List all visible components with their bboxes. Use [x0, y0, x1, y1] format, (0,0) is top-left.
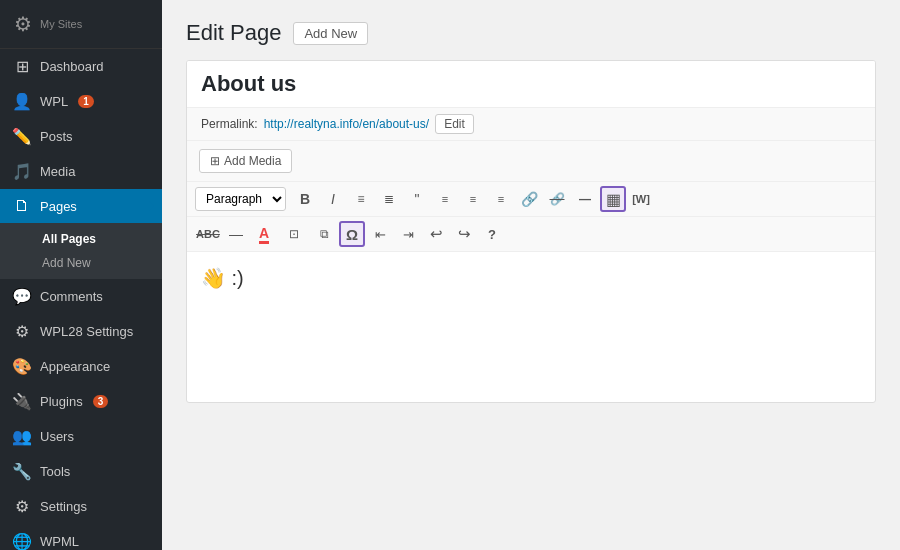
ol-icon: ≣ [384, 192, 394, 206]
sidebar: ⚙ My Sites ⊞ Dashboard 👤 WPL 1 ✏️ Posts … [0, 0, 162, 550]
plugins-badge: 3 [93, 395, 109, 408]
hr-icon: — [579, 192, 591, 206]
indent-button[interactable]: ⇥ [395, 221, 421, 247]
align-left-icon: ≡ [442, 193, 448, 205]
link-button[interactable]: 🔗 [516, 186, 542, 212]
blockquote-icon: " [415, 191, 420, 207]
posts-icon: ✏️ [12, 127, 32, 146]
plugins-icon: 🔌 [12, 392, 32, 411]
settings-icon: ⚙ [12, 497, 32, 516]
pages-submenu: All Pages Add New [0, 223, 162, 279]
toolbar-row-2: ABC — A ⊡ ⧉ Ω ⇤ ⇥ ↩ [187, 217, 875, 252]
editor-content[interactable]: 👋 :) [187, 252, 875, 402]
wp-logo: ⚙ My Sites [0, 0, 162, 49]
comments-icon: 💬 [12, 287, 32, 306]
wp-icon: [W] [632, 193, 650, 205]
appearance-icon: 🎨 [12, 357, 32, 376]
wp-button[interactable]: [W] [628, 186, 654, 212]
align-right-button[interactable]: ≡ [488, 186, 514, 212]
blockquote-button[interactable]: " [404, 186, 430, 212]
media-icon: 🎵 [12, 162, 32, 181]
dashboard-icon: ⊞ [12, 57, 32, 76]
sidebar-item-posts[interactable]: ✏️ Posts [0, 119, 162, 154]
add-media-button[interactable]: ⊞ Add Media [199, 149, 292, 173]
redo-button[interactable]: ↪ [451, 221, 477, 247]
paste-word-button[interactable]: ⊡ [279, 221, 309, 247]
page-title: Edit Page [186, 20, 281, 46]
help-button[interactable]: ? [479, 221, 505, 247]
table-button[interactable]: ▦ [600, 186, 626, 212]
pages-arrow [149, 201, 154, 211]
sidebar-item-media[interactable]: 🎵 Media [0, 154, 162, 189]
submenu-all-pages[interactable]: All Pages [0, 227, 162, 251]
sidebar-item-wpl[interactable]: 👤 WPL 1 [0, 84, 162, 119]
permalink-label: Permalink: [201, 117, 258, 131]
unlink-button[interactable]: 🔗 [544, 186, 570, 212]
hr-line-icon: — [229, 226, 243, 242]
permalink-bar: Permalink: http://realtyna.info/en/about… [187, 108, 875, 141]
wpml-icon: 🌐 [12, 532, 32, 550]
clear-format-icon: ⧉ [320, 227, 329, 241]
strikethrough-icon: ABC [196, 228, 220, 240]
omega-icon: Ω [346, 226, 358, 243]
bold-button[interactable]: B [292, 186, 318, 212]
media-bar: ⊞ Add Media [187, 141, 875, 182]
page-title-input[interactable] [187, 61, 875, 108]
align-center-button[interactable]: ≡ [460, 186, 486, 212]
hr-line-button[interactable]: — [223, 221, 249, 247]
permalink-url[interactable]: http://realtyna.info/en/about-us/ [264, 117, 429, 131]
editor-container: Permalink: http://realtyna.info/en/about… [186, 60, 876, 403]
users-icon: 👥 [12, 427, 32, 446]
content-text: 👋 :) [201, 267, 244, 289]
unlink-icon: 🔗 [550, 192, 565, 206]
align-right-icon: ≡ [498, 193, 504, 205]
sidebar-item-settings[interactable]: ⚙ Settings [0, 489, 162, 524]
ul-button[interactable]: ≡ [348, 186, 374, 212]
align-center-icon: ≡ [470, 193, 476, 205]
outdent-button[interactable]: ⇤ [367, 221, 393, 247]
page-header: Edit Page Add New [186, 20, 876, 46]
italic-button[interactable]: I [320, 186, 346, 212]
tools-icon: 🔧 [12, 462, 32, 481]
pages-icon: 🗋 [12, 197, 32, 215]
sidebar-item-comments[interactable]: 💬 Comments [0, 279, 162, 314]
text-color-icon: A [259, 225, 269, 244]
table-icon: ▦ [606, 190, 621, 209]
sidebar-item-appearance[interactable]: 🎨 Appearance [0, 349, 162, 384]
clear-format-button[interactable]: ⧉ [311, 221, 337, 247]
wpl-icon: 👤 [12, 92, 32, 111]
strikethrough-button[interactable]: ABC [195, 221, 221, 247]
sidebar-item-dashboard[interactable]: ⊞ Dashboard [0, 49, 162, 84]
ul-icon: ≡ [357, 192, 364, 206]
wpl28-icon: ⚙ [12, 322, 32, 341]
sidebar-item-wpml[interactable]: 🌐 WPML [0, 524, 162, 550]
text-color-button[interactable]: A [251, 221, 277, 247]
special-chars-button[interactable]: Ω [339, 221, 365, 247]
indent-icon: ⇥ [403, 227, 414, 242]
hr-button[interactable]: — [572, 186, 598, 212]
paste-word-icon: ⊡ [289, 227, 299, 241]
permalink-edit-button[interactable]: Edit [435, 114, 474, 134]
sidebar-item-wpl28[interactable]: ⚙ WPL28 Settings [0, 314, 162, 349]
outdent-icon: ⇤ [375, 227, 386, 242]
bold-icon: B [300, 191, 310, 207]
main-content: Edit Page Add New Permalink: http://real… [162, 0, 900, 550]
italic-icon: I [331, 191, 335, 207]
toolbar-row-1: Paragraph B I ≡ ≣ " ≡ ≡ [187, 182, 875, 217]
sidebar-item-users[interactable]: 👥 Users [0, 419, 162, 454]
add-media-icon: ⊞ [210, 154, 220, 168]
sidebar-item-pages[interactable]: 🗋 Pages [0, 189, 162, 223]
sidebar-item-plugins[interactable]: 🔌 Plugins 3 [0, 384, 162, 419]
sidebar-item-tools[interactable]: 🔧 Tools [0, 454, 162, 489]
submenu-add-new[interactable]: Add New [0, 251, 162, 275]
undo-icon: ↩ [430, 225, 443, 243]
undo-button[interactable]: ↩ [423, 221, 449, 247]
wpl-badge: 1 [78, 95, 94, 108]
align-left-button[interactable]: ≡ [432, 186, 458, 212]
redo-icon: ↪ [458, 225, 471, 243]
ol-button[interactable]: ≣ [376, 186, 402, 212]
paragraph-select[interactable]: Paragraph [195, 187, 286, 211]
add-new-button[interactable]: Add New [293, 22, 368, 45]
help-icon: ? [488, 227, 496, 242]
link-icon: 🔗 [521, 191, 538, 207]
